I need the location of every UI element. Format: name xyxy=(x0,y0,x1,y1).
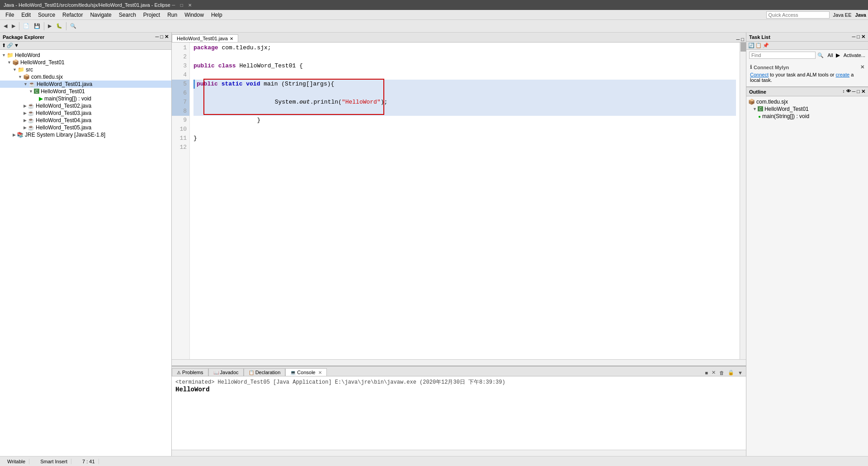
code-area[interactable]: package com.tledu.sjx; public class Hell… xyxy=(190,43,740,359)
ol-minimize[interactable]: ─ xyxy=(852,89,856,95)
tl-btn1[interactable]: 🔄 xyxy=(748,43,755,48)
tree-item-hw04[interactable]: ▶ ☕ HelloWord_Test04.java xyxy=(0,117,171,124)
expand-hw02[interactable]: ▶ xyxy=(24,104,27,108)
toolbar-new[interactable]: 📄 xyxy=(21,22,31,30)
outline-title: Outline xyxy=(749,89,766,95)
pe-collapse[interactable]: ⬆ xyxy=(2,43,6,48)
expand-class[interactable]: ▼ xyxy=(29,89,33,94)
menu-edit[interactable]: Edit xyxy=(18,11,34,19)
tab-console[interactable]: 💻 Console ✕ xyxy=(285,368,326,376)
menu-refactor[interactable]: Refactor xyxy=(59,11,86,19)
tl-maximize[interactable]: □ xyxy=(857,34,860,40)
all-label[interactable]: All xyxy=(827,52,833,58)
tl-btn2[interactable]: 📋 xyxy=(755,43,762,48)
console-close[interactable]: ✕ xyxy=(318,370,322,375)
pe-minimize[interactable]: ─ xyxy=(156,34,159,40)
editor-tab-close[interactable]: ✕ xyxy=(230,36,233,41)
editor-maximize[interactable]: □ xyxy=(741,37,744,42)
editor-scrollbar-h[interactable] xyxy=(172,359,746,366)
menu-navigate[interactable]: Navigate xyxy=(86,11,115,19)
menu-search[interactable]: Search xyxy=(115,11,140,19)
tree-item-class[interactable]: ▼ 🅲 HelloWord_Test01 xyxy=(0,88,171,95)
menu-file[interactable]: File xyxy=(2,11,18,19)
pe-link[interactable]: 🔗 xyxy=(7,43,13,48)
hw04-label: HelloWord_Test04.java xyxy=(36,117,91,124)
tree-item-hw03[interactable]: ▶ ☕ HelloWord_Test03.java xyxy=(0,109,171,117)
minimize-button[interactable]: ─ xyxy=(170,2,177,8)
menu-window[interactable]: Window xyxy=(181,11,208,19)
outline-pkg[interactable]: 📦 com.tledu.sjx xyxy=(748,98,866,105)
toolbar-save[interactable]: 💾 xyxy=(32,22,42,30)
pe-close[interactable]: ✕ xyxy=(165,34,169,40)
tree-item-helloword[interactable]: ▼ 📁 HelloWord xyxy=(0,52,171,59)
close-button[interactable]: ✕ xyxy=(187,2,193,8)
tree-item-main-java[interactable]: ▼ ☕ HelloWord_Test01.java xyxy=(0,81,171,88)
tab-problems[interactable]: ⚠ Problems xyxy=(172,368,208,376)
toolbar-run[interactable]: ▶ xyxy=(46,22,53,30)
console-content[interactable]: <terminated> HelloWord_Test05 [Java Appl… xyxy=(172,376,746,450)
tree-item-hw01[interactable]: ▼ 📦 HelloWord_Test01 xyxy=(0,59,171,66)
tl-close[interactable]: ✕ xyxy=(861,34,865,40)
tree-item-src[interactable]: ▼ 📁 src xyxy=(0,66,171,73)
create-link[interactable]: create xyxy=(836,72,850,77)
tl-minimize[interactable]: ─ xyxy=(852,34,856,40)
menu-project[interactable]: Project xyxy=(140,11,164,19)
console-remove[interactable]: ✕ xyxy=(710,369,717,376)
console-terminate[interactable]: ■ xyxy=(703,370,709,376)
find-icon[interactable]: 🔍 xyxy=(817,52,824,58)
quick-access-input[interactable] xyxy=(766,11,830,19)
connect-link[interactable]: Connect xyxy=(750,72,769,77)
tree-item-method[interactable]: ▶ main(String[]) : void xyxy=(0,95,171,102)
toolbar-back[interactable]: ◀ xyxy=(2,22,9,30)
expand-src[interactable]: ▼ xyxy=(13,67,17,72)
editor-scrollbar-v[interactable] xyxy=(740,43,746,359)
java-ee-label[interactable]: Java EE xyxy=(833,12,852,18)
bottom-scrollbar-h[interactable] xyxy=(172,450,746,456)
expand-main-java[interactable]: ▼ xyxy=(24,82,28,86)
expand-hw03[interactable]: ▶ xyxy=(24,111,27,115)
scrollbar-thumb-v[interactable] xyxy=(741,43,746,52)
outline-class[interactable]: ▼ 🅲 HelloWord_Test01 xyxy=(748,105,866,113)
expand-hw05[interactable]: ▶ xyxy=(24,125,27,130)
activate-label[interactable]: Activate... xyxy=(844,52,865,58)
expand-jre[interactable]: ▶ xyxy=(13,133,16,137)
expand-hw01[interactable]: ▼ xyxy=(7,60,11,65)
pe-menu[interactable]: ▼ xyxy=(14,43,19,48)
menu-run[interactable]: Run xyxy=(164,11,181,19)
ol-hide[interactable]: 👁 xyxy=(846,89,851,95)
tree-item-jre[interactable]: ▶ 📚 JRE System Library [JavaSE-1.8] xyxy=(0,131,171,138)
toolbar: ◀ ▶ 📄 💾 ▶ 🐛 🔍 xyxy=(0,20,868,33)
expand-pkg[interactable]: ▼ xyxy=(18,75,22,79)
menu-source[interactable]: Source xyxy=(34,11,59,19)
tl-btn3[interactable]: 📌 xyxy=(763,43,769,48)
editor-tab-main[interactable]: HelloWord_Test01.java ✕ xyxy=(172,34,238,42)
editor-minimize[interactable]: ─ xyxy=(736,37,740,42)
ol-maximize[interactable]: □ xyxy=(857,89,860,95)
tree-item-hw02[interactable]: ▶ ☕ HelloWord_Test02.java xyxy=(0,102,171,109)
toolbar-search[interactable]: 🔍 xyxy=(68,22,78,30)
toolbar-fwd[interactable]: ▶ xyxy=(10,22,17,30)
toolbar-sep3 xyxy=(66,22,66,30)
menu-help[interactable]: Help xyxy=(208,11,226,19)
outline-class-expand[interactable]: ▼ xyxy=(753,107,757,111)
console-clear[interactable]: 🗑 xyxy=(718,370,726,376)
ol-close[interactable]: ✕ xyxy=(861,89,865,95)
maximize-button[interactable]: □ xyxy=(179,2,185,8)
ol-sort[interactable]: ↕ xyxy=(843,89,845,95)
console-scrolllock[interactable]: 🔒 xyxy=(726,369,736,376)
console-options[interactable]: ▼ xyxy=(736,370,744,376)
expand-hw04[interactable]: ▶ xyxy=(24,118,27,123)
expand-helloword[interactable]: ▼ xyxy=(2,53,6,57)
hw01-label: HelloWord_Test01 xyxy=(20,59,65,66)
cm-close-icon[interactable]: ✕ xyxy=(860,64,864,70)
tree-item-hw05[interactable]: ▶ ☕ HelloWord_Test05.java xyxy=(0,124,171,131)
find-input[interactable] xyxy=(749,52,816,59)
java-label[interactable]: Java xyxy=(855,12,866,18)
tree-item-pkg[interactable]: ▼ 📦 com.tledu.sjx xyxy=(0,73,171,81)
code-line-10 xyxy=(193,125,736,134)
pe-maximize[interactable]: □ xyxy=(160,34,163,40)
tab-javadoc[interactable]: 📖 Javadoc xyxy=(208,368,244,376)
tab-declaration[interactable]: 📋 Declaration xyxy=(244,368,286,376)
toolbar-debug[interactable]: 🐛 xyxy=(54,22,64,30)
outline-method[interactable]: ● main(String[]) : void xyxy=(748,113,866,120)
